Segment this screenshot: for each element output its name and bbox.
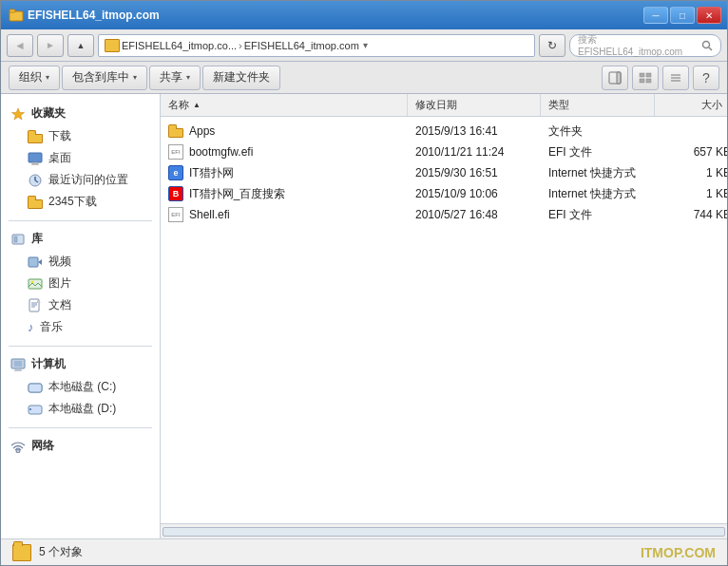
status-count-text: 5 个对象 bbox=[39, 544, 83, 560]
close-button[interactable]: ✕ bbox=[697, 7, 721, 24]
file-name-cell-1: EFI bootmgfw.efi bbox=[164, 144, 412, 160]
sidebar-divider-1 bbox=[9, 220, 152, 221]
sidebar-item-drive-c[interactable]: 本地磁盘 (C:) bbox=[1, 376, 160, 398]
baidu-url-icon: B bbox=[168, 186, 183, 201]
video-icon bbox=[28, 255, 43, 269]
table-row[interactable]: e IT猎扑网 2015/9/30 16:51 Internet 快捷方式 1 … bbox=[161, 162, 727, 183]
sidebar-item-docs[interactable]: 文档 bbox=[1, 294, 160, 316]
library-label: 库 bbox=[31, 231, 43, 247]
file-size-cell-1: 657 KB bbox=[659, 145, 727, 159]
file-date-1: 2010/11/21 11:24 bbox=[415, 145, 504, 159]
view-options-button[interactable] bbox=[632, 66, 659, 90]
sidebar-item-images[interactable]: 图片 bbox=[1, 273, 160, 294]
sidebar-item-2345[interactable]: 2345下载 bbox=[1, 191, 160, 213]
details-view-button[interactable] bbox=[662, 66, 689, 90]
table-row[interactable]: B IT猎扑网_百度搜索 2015/10/9 10:06 Internet 快捷… bbox=[161, 183, 727, 204]
column-date-label: 修改日期 bbox=[415, 98, 457, 112]
search-icon[interactable] bbox=[701, 40, 713, 51]
organize-dropdown-arrow: ▾ bbox=[46, 73, 49, 82]
share-dropdown-arrow: ▾ bbox=[186, 73, 190, 82]
file-date-3: 2015/10/9 10:06 bbox=[415, 187, 498, 200]
network-header[interactable]: 网络 bbox=[1, 434, 160, 458]
library-section: 库 视频 图片 bbox=[1, 227, 160, 338]
horizontal-scrollbar[interactable] bbox=[161, 523, 727, 538]
svg-rect-9 bbox=[646, 79, 651, 83]
column-date-header[interactable]: 修改日期 bbox=[408, 94, 541, 116]
file-date-cell-2: 2015/9/30 16:51 bbox=[412, 166, 545, 179]
sidebar-item-desktop[interactable]: 桌面 bbox=[1, 147, 160, 169]
sidebar-desktop-label: 桌面 bbox=[48, 150, 71, 166]
file-name-cell-3: B IT猎扑网_百度搜索 bbox=[164, 186, 412, 202]
help-button[interactable]: ? bbox=[693, 66, 719, 90]
title-bar-controls: ─ □ ✕ bbox=[643, 7, 721, 24]
svg-rect-5 bbox=[617, 72, 621, 84]
organize-button[interactable]: 组织 ▾ bbox=[9, 66, 60, 90]
svg-rect-1 bbox=[10, 9, 15, 12]
explorer-window: EFISHELL64_itmop.com ─ □ ✕ ◄ ► ▲ EFISHEL… bbox=[0, 0, 728, 566]
sidebar-item-video[interactable]: 视频 bbox=[1, 251, 160, 273]
sidebar-2345-label: 2345下载 bbox=[48, 194, 97, 210]
breadcrumb-bar[interactable]: EFISHELL64_itmop.co... › EFISHELL64_itmo… bbox=[98, 34, 535, 57]
column-size-header[interactable]: 大小 bbox=[655, 94, 727, 116]
back-button[interactable]: ◄ bbox=[7, 34, 33, 57]
view-options-icon bbox=[639, 71, 652, 85]
file-size-3: 1 KB bbox=[706, 187, 727, 200]
search-bar[interactable]: 搜索 EFISHELL64_itmop.com bbox=[569, 34, 721, 57]
refresh-button[interactable]: ↻ bbox=[539, 34, 565, 57]
table-row[interactable]: EFI Shell.efi 2010/5/27 16:48 EFI 文件 744… bbox=[161, 204, 727, 225]
breadcrumb-part-1[interactable]: EFISHELL64_itmop.co... bbox=[122, 40, 237, 51]
column-name-header[interactable]: 名称 ▲ bbox=[161, 94, 408, 116]
svg-rect-8 bbox=[640, 79, 644, 83]
file-type-cell-3: Internet 快捷方式 bbox=[545, 186, 659, 202]
sidebar-item-music[interactable]: ♪ 音乐 bbox=[1, 316, 160, 338]
sidebar-recent-label: 最近访问的位置 bbox=[48, 172, 128, 188]
file-date-cell-3: 2015/10/9 10:06 bbox=[412, 187, 545, 200]
column-type-header[interactable]: 类型 bbox=[541, 94, 655, 116]
svg-rect-16 bbox=[31, 164, 39, 165]
new-folder-label: 新建文件夹 bbox=[213, 69, 270, 85]
images-icon bbox=[28, 277, 43, 291]
window-title: EFISHELL64_itmop.com bbox=[28, 9, 160, 22]
content-pane: 名称 ▲ 修改日期 类型 大小 Apps bbox=[161, 94, 727, 538]
table-row[interactable]: Apps 2015/9/13 16:41 文件夹 bbox=[161, 121, 727, 142]
table-row[interactable]: EFI bootmgfw.efi 2010/11/21 11:24 EFI 文件… bbox=[161, 142, 727, 162]
computer-header: 计算机 bbox=[1, 352, 160, 376]
file-type-cell-4: EFI 文件 bbox=[545, 207, 659, 223]
up-button[interactable]: ▲ bbox=[67, 34, 94, 57]
breadcrumb-part-2[interactable]: EFISHELL64_itmop.com bbox=[244, 40, 359, 51]
minimize-button[interactable]: ─ bbox=[643, 7, 668, 24]
address-bar: ◄ ► ▲ EFISHELL64_itmop.co... › EFISHELL6… bbox=[1, 29, 727, 62]
sidebar-item-drive-d[interactable]: 本地磁盘 (D:) bbox=[1, 398, 160, 420]
favorites-label: 收藏夹 bbox=[31, 105, 66, 122]
add-to-library-button[interactable]: 包含到库中 ▾ bbox=[62, 66, 147, 90]
recent-icon bbox=[28, 173, 43, 188]
forward-button[interactable]: ► bbox=[37, 34, 64, 57]
file-size-4: 744 KB bbox=[694, 208, 727, 221]
maximize-button[interactable]: □ bbox=[670, 7, 695, 24]
breadcrumb-dropdown-arrow[interactable]: ▾ bbox=[363, 40, 368, 50]
svg-rect-37 bbox=[29, 384, 42, 392]
itmop-url-icon: e bbox=[168, 165, 183, 180]
preview-pane-button[interactable] bbox=[602, 66, 628, 90]
share-button[interactable]: 共享 ▾ bbox=[149, 66, 201, 90]
drive-c-icon bbox=[28, 382, 43, 393]
new-folder-button[interactable]: 新建文件夹 bbox=[202, 66, 280, 90]
file-date-0: 2015/9/13 16:41 bbox=[415, 124, 498, 138]
svg-marker-13 bbox=[12, 108, 25, 120]
bootmgfw-efi-icon: EFI bbox=[168, 144, 183, 160]
column-type-label: 类型 bbox=[548, 98, 569, 112]
sidebar-item-downloads[interactable]: 下载 bbox=[1, 125, 160, 147]
library-icon bbox=[10, 232, 26, 247]
network-section: 网络 bbox=[1, 434, 160, 458]
toolbar-right: ? bbox=[602, 66, 719, 90]
file-list: Apps 2015/9/13 16:41 文件夹 EFI bbox=[161, 117, 727, 523]
sidebar-divider-3 bbox=[9, 427, 152, 428]
file-name-cell-0: Apps bbox=[164, 124, 412, 138]
h-scroll-track[interactable] bbox=[163, 527, 725, 537]
computer-label: 计算机 bbox=[31, 356, 66, 372]
status-folder-icon bbox=[12, 544, 31, 561]
sidebar-item-recent[interactable]: 最近访问的位置 bbox=[1, 169, 160, 191]
file-size-cell-2: 1 KB bbox=[659, 166, 727, 179]
file-type-2: Internet 快捷方式 bbox=[548, 165, 636, 181]
toolbar: 组织 ▾ 包含到库中 ▾ 共享 ▾ 新建文件夹 bbox=[1, 62, 727, 94]
